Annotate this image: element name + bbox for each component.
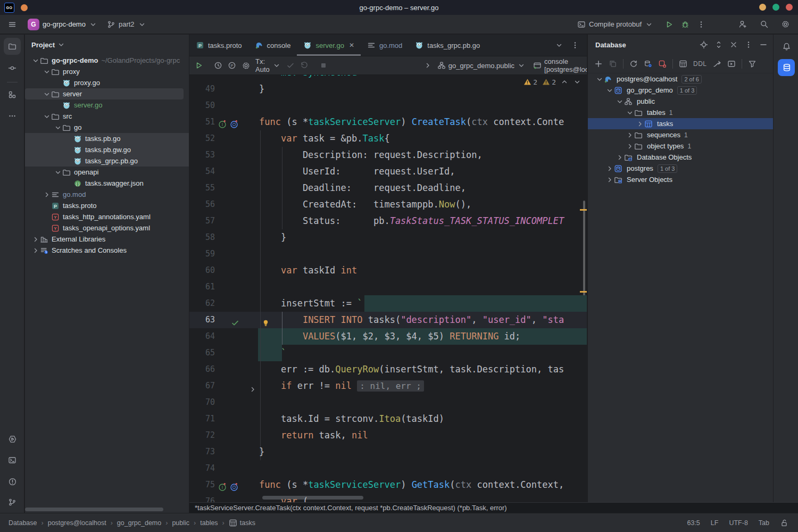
db-tree-row-postgres-localhost[interactable]: postgres@localhost2 of 6: [588, 73, 773, 85]
code-line-66[interactable]: 66 err := db.QueryRow(insertStmt, task.D…: [189, 361, 587, 378]
panel-options-icon[interactable]: [744, 40, 753, 49]
db-tree-row-go-grpc-demo[interactable]: go_grpc_demo1 of 3: [588, 85, 773, 96]
ddl-button[interactable]: DDL: [693, 60, 707, 68]
code-line-63[interactable]: 63 INSERT INTO tasks("description", "use…: [189, 312, 587, 328]
project-tree-row[interactable]: src: [25, 111, 189, 122]
editor-tab-tasks-proto[interactable]: Ptasks.proto: [189, 35, 248, 56]
db-tree-row-tasks[interactable]: tasks: [588, 118, 773, 129]
problems-toolwindow-button[interactable]: [4, 473, 21, 490]
code-line-57[interactable]: 57 Status: pb.TaskStatus_TASK_STATUS_INC…: [189, 213, 587, 229]
db-tree-row-object-types[interactable]: object types1: [588, 140, 773, 152]
vcs-branch-widget[interactable]: part2: [107, 20, 146, 29]
project-tree-row[interactable]: go-grpc-demo~/GolandProjects/go-grpc: [25, 55, 189, 66]
code-line-56[interactable]: 56 CreatedAt: timestamppb.Now(),: [189, 196, 587, 213]
code-line-52[interactable]: 52 var task = &pb.Task{: [189, 130, 587, 147]
main-menu-button[interactable]: [0, 20, 24, 29]
parameters-button[interactable]: P: [228, 61, 236, 70]
run-toolwindow-button[interactable]: [4, 430, 21, 447]
code-line-58[interactable]: 58 }: [189, 229, 587, 246]
breadcrumb-item[interactable]: Database: [9, 519, 37, 527]
disconnect-button[interactable]: [658, 60, 667, 68]
hide-panel-icon[interactable]: [759, 40, 768, 49]
run-button[interactable]: [665, 20, 674, 29]
jump-to-console-button[interactable]: [713, 60, 721, 68]
project-tree-row[interactable]: go: [25, 122, 189, 133]
console-session-selector[interactable]: console [postgres@localhost]: [533, 57, 587, 73]
commit-toolwindow-button[interactable]: [4, 60, 21, 77]
minimize-button[interactable]: [759, 4, 766, 11]
project-tree-row[interactable]: Ytasks_openapi_options.yaml: [25, 222, 189, 234]
db-tree-row-server-objects[interactable]: Server Objects: [588, 174, 773, 185]
code-line-71[interactable]: 71 task.Id = strconv.Itoa(taskId): [189, 411, 587, 427]
structure-toolwindow-button[interactable]: [4, 86, 21, 103]
project-tree-row[interactable]: { }tasks.swagger.json: [25, 178, 189, 189]
notifications-button[interactable]: [778, 38, 795, 55]
project-panel-header[interactable]: Project: [25, 35, 189, 55]
breadcrumb-item[interactable]: tables: [200, 519, 218, 527]
project-tree-row[interactable]: openapi: [25, 167, 189, 178]
db-tree-row-tables[interactable]: tables1: [588, 107, 773, 118]
project-tree-row[interactable]: Scratches and Consoles: [25, 245, 189, 256]
code-line-54[interactable]: 54 UserId: request.UserId,: [189, 163, 587, 180]
new-datasource-button[interactable]: [594, 60, 603, 68]
refresh-button[interactable]: [629, 60, 638, 68]
history-button[interactable]: [214, 61, 222, 70]
project-tree-row[interactable]: tasks.pb.go: [25, 133, 189, 144]
indent-widget[interactable]: Tab: [759, 519, 769, 527]
editor-tab-go-mod[interactable]: go.mod: [361, 35, 409, 56]
line-separator-widget[interactable]: LF: [711, 519, 719, 527]
editor-tab-tasks-grpc-pb-go[interactable]: tasks_grpc.pb.go: [409, 35, 486, 56]
debug-button[interactable]: [681, 20, 689, 29]
db-tree-row-postgres[interactable]: postgres1 of 3: [588, 163, 773, 174]
breadcrumb-item[interactable]: go_grpc_demo: [117, 519, 161, 527]
run-configuration-selector[interactable]: Compile protobuf: [577, 20, 653, 29]
project-tree-row[interactable]: server.go: [25, 99, 189, 111]
view-data-button[interactable]: [679, 60, 687, 68]
project-tree-row[interactable]: proxy: [25, 66, 189, 77]
more-run-options-button[interactable]: [697, 20, 705, 29]
code-line-49[interactable]: 49}: [189, 81, 587, 97]
code-line-75[interactable]: 75IOfunc (s *taskServiceServer) GetTask(…: [189, 477, 587, 493]
breadcrumb-item[interactable]: tasks: [229, 519, 255, 527]
search-everywhere-button[interactable]: [760, 20, 768, 29]
project-tree-row[interactable]: tasks_grpc.pb.go: [25, 155, 189, 167]
code-line-67[interactable]: 67 if err != nil : nil, err ;: [189, 378, 587, 394]
code-line-48[interactable]: 48 me: SyncMethod: [189, 75, 587, 81]
rollback-tx-button[interactable]: [300, 61, 309, 70]
project-horizontal-scrollbar[interactable]: [25, 508, 163, 511]
project-tree-row[interactable]: External Libraries: [25, 234, 189, 245]
code-line-50[interactable]: 50: [189, 97, 587, 114]
code-line-61[interactable]: 61: [189, 279, 587, 295]
commit-tx-button[interactable]: [286, 61, 295, 70]
chevron-right-icon[interactable]: [423, 61, 432, 70]
settings-button[interactable]: [781, 20, 789, 29]
project-tree-row[interactable]: go.mod: [25, 189, 189, 200]
close-button[interactable]: [786, 4, 793, 11]
open-console-button[interactable]: [727, 60, 736, 68]
code-line-74[interactable]: 74: [189, 460, 587, 477]
datasource-properties-button[interactable]: [644, 60, 652, 68]
project-toolwindow-button[interactable]: [4, 38, 21, 55]
code-line-59[interactable]: 59: [189, 246, 587, 262]
encoding-widget[interactable]: UTF-8: [729, 519, 747, 527]
code-line-55[interactable]: 55 Deadline: request.Deadline,: [189, 180, 587, 196]
execute-button[interactable]: [195, 61, 203, 70]
code-line-53[interactable]: 53 Description: request.Description,: [189, 147, 587, 163]
code-line-60[interactable]: 60 var taskId int: [189, 262, 587, 279]
project-tree-row[interactable]: Ptasks.proto: [25, 200, 189, 211]
database-toolwindow-button[interactable]: [778, 59, 795, 76]
code-line-62[interactable]: 62 insertStmt := `: [189, 295, 587, 312]
console-settings-button[interactable]: [242, 61, 250, 70]
code-line-70[interactable]: 70: [189, 394, 587, 411]
breadcrumb-item[interactable]: postgres@localhost: [48, 519, 106, 527]
breadcrumb-item[interactable]: public: [172, 519, 189, 527]
code-line-51[interactable]: 51IOfunc (s *taskServiceServer) CreateTa…: [189, 114, 587, 130]
code-line-76[interactable]: 76 var (: [189, 493, 587, 502]
project-tree-row[interactable]: tasks.pb.gw.go: [25, 144, 189, 155]
more-toolwindows-button[interactable]: [4, 107, 21, 124]
code-line-64[interactable]: 64 VALUES($1, $2, $3, $4, $5) RETURNING …: [189, 328, 587, 345]
db-tree-row-sequences[interactable]: sequences1: [588, 129, 773, 140]
locate-icon[interactable]: [700, 40, 708, 49]
unlock-icon[interactable]: [780, 519, 788, 527]
stop-button[interactable]: [319, 61, 328, 70]
